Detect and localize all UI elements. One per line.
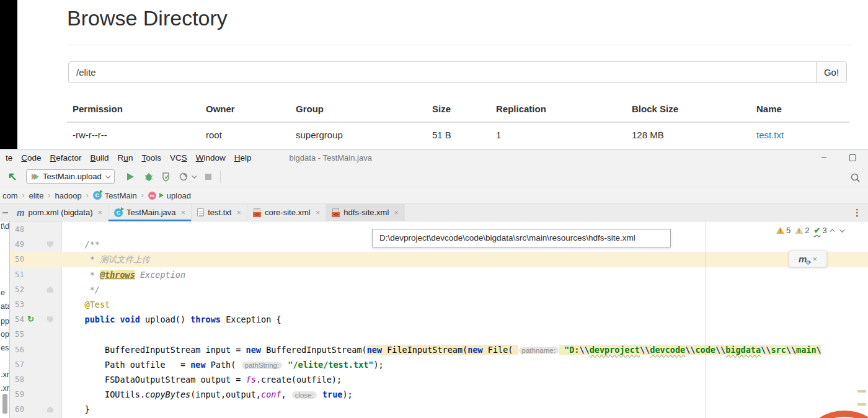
tab-close-icon[interactable]: × xyxy=(394,208,399,217)
build-arrow-icon[interactable] xyxy=(5,170,19,184)
code-line[interactable]: public void upload() throws Exception { xyxy=(64,312,281,327)
maven-reload-icon[interactable]: m⟳ xyxy=(799,254,807,264)
page-title: Browse Directory xyxy=(67,6,228,30)
project-panel-sliver: t\deatappopest.xr.xr xyxy=(0,221,10,418)
line-number: 53 xyxy=(15,297,30,312)
menu-item[interactable]: Window xyxy=(192,153,230,162)
table-header-cell: Replication xyxy=(496,104,546,114)
table-header-cell: Owner xyxy=(206,104,235,114)
breadcrumb-item-com[interactable]: com xyxy=(2,191,18,200)
warnings-count[interactable]: ! 5 xyxy=(776,226,790,235)
breadcrumb-label: elite xyxy=(29,191,44,200)
profiler-dropdown-icon[interactable] xyxy=(192,173,197,178)
code-line[interactable]: * 测试文件上传 xyxy=(64,252,150,267)
breadcrumb-item-TestMain[interactable]: CTestMain xyxy=(93,191,137,200)
menu-item[interactable]: te xyxy=(1,153,17,162)
inspection-widget[interactable]: ! 5 ! 2 ✔ 3 xyxy=(776,226,843,235)
run-button[interactable] xyxy=(123,170,137,184)
search-icon[interactable] xyxy=(848,171,862,184)
line-number: 55 xyxy=(15,327,30,342)
code-line[interactable]: FSDataOutputStream output = fs.create(ou… xyxy=(64,372,342,387)
tab-close-icon[interactable]: × xyxy=(316,208,321,217)
coverage-button[interactable] xyxy=(159,170,173,184)
tab-testmain-java[interactable]: CTestMain.java× xyxy=(108,204,192,221)
line-number: 58 xyxy=(15,372,30,387)
warning-icon: ! xyxy=(776,227,784,234)
breadcrumb-item-hadoop[interactable]: hadoop xyxy=(55,191,81,200)
code-line[interactable]: IOUtils.copyBytes(input,output,conf, clo… xyxy=(64,387,353,402)
menu-item[interactable]: VCS xyxy=(166,153,192,162)
typos-count[interactable]: ✔ 3 xyxy=(813,226,826,235)
tab-label: test.txt xyxy=(208,208,231,217)
file-link[interactable]: test.txt xyxy=(756,130,784,140)
minimize-button[interactable]: – xyxy=(818,153,830,162)
code-line[interactable]: BufferedInputStream input = new Buffered… xyxy=(64,342,822,358)
run-test-gutter-icon[interactable]: ↻ xyxy=(27,312,34,327)
menu-item[interactable]: Refactor xyxy=(46,153,86,162)
window-title: bigdata - TestMain.java xyxy=(289,153,371,162)
table-header-cell: Name xyxy=(756,104,782,114)
more-options-icon[interactable]: ⋮ xyxy=(852,207,862,218)
notification-balloon-partial xyxy=(798,411,868,418)
breadcrumb-separator: › xyxy=(85,191,90,200)
error-stripe-mark[interactable] xyxy=(857,403,866,406)
tab-close-icon[interactable]: × xyxy=(181,208,186,217)
line-number: 59 xyxy=(15,387,30,402)
next-issue-icon[interactable] xyxy=(839,227,844,232)
table-header-rule xyxy=(67,122,849,123)
code-line[interactable]: Path outfile = new Path( pathString: "/e… xyxy=(64,357,384,373)
weak-warnings-count[interactable]: ! 2 xyxy=(795,226,809,235)
code-line[interactable]: @Test xyxy=(64,297,110,312)
menu-item[interactable]: Code xyxy=(17,153,45,162)
breadcrumb: com›elite›hadoop›CTestMain›mupload xyxy=(0,187,868,203)
breadcrumb-item-upload[interactable]: mupload xyxy=(148,191,191,200)
maven-reload-widget[interactable]: m⟳ × xyxy=(789,250,827,267)
debug-button[interactable] xyxy=(142,170,156,184)
menu-item[interactable]: Help xyxy=(230,153,256,162)
stop-button[interactable] xyxy=(202,170,215,184)
line-number: 60 xyxy=(15,402,30,417)
error-stripe-mark[interactable] xyxy=(857,390,866,393)
table-cell: root xyxy=(206,130,222,140)
maximize-button[interactable]: ▢ xyxy=(847,153,858,162)
class-icon: C xyxy=(114,208,123,217)
tab-close-icon[interactable]: × xyxy=(98,208,103,217)
profiler-button[interactable] xyxy=(177,170,190,184)
breadcrumb-label: com xyxy=(2,191,18,200)
table-cell: -rw-r--r-- xyxy=(73,130,107,140)
breadcrumb-item-elite[interactable]: elite xyxy=(29,191,44,200)
path-input[interactable] xyxy=(68,61,817,83)
project-scrollbar-thumb[interactable] xyxy=(2,394,7,414)
table-cell: 1 xyxy=(496,130,501,140)
code-line[interactable]: } xyxy=(64,402,90,417)
run-configuration-select[interactable]: TestMain.upload xyxy=(26,169,115,184)
menu-item[interactable]: Run xyxy=(113,153,138,162)
typo-icon: ✔ xyxy=(813,226,820,235)
run-configuration-label: TestMain.upload xyxy=(43,172,102,181)
menu-item[interactable]: Tools xyxy=(137,153,166,162)
project-tree-fragment: ata xyxy=(1,302,10,311)
table-cell: 51 B xyxy=(432,130,451,140)
close-icon[interactable]: × xyxy=(812,254,817,264)
tab-hdfs-site-xml[interactable]: <>hdfs-site.xml× xyxy=(326,204,405,221)
menu-item[interactable]: Build xyxy=(86,153,113,162)
xml-file-icon: <> xyxy=(332,208,340,217)
line-number: 57 xyxy=(15,357,30,372)
run-overlay-icon xyxy=(159,193,164,198)
tab-close-icon[interactable]: × xyxy=(236,208,241,217)
code-line[interactable]: */ xyxy=(64,282,100,297)
tab-core-site-xml[interactable]: <>core-site.xml× xyxy=(247,204,326,221)
breadcrumb-separator: › xyxy=(140,191,145,200)
go-button[interactable]: Go! xyxy=(816,61,847,83)
code-line[interactable]: /** xyxy=(64,237,100,252)
code-line[interactable]: * @throws Exception xyxy=(64,267,185,282)
code-editor[interactable]: 4849 /**50 * 测试文件上传51 * @throws Exceptio… xyxy=(0,221,868,418)
weak-warning-icon: ! xyxy=(795,227,803,234)
tab-test-txt[interactable]: test.txt× xyxy=(192,204,247,221)
project-tree-fragment: .xr xyxy=(1,370,9,379)
previous-issue-icon[interactable] xyxy=(830,229,835,234)
left-black-edge xyxy=(0,0,17,149)
breadcrumb-label: TestMain xyxy=(105,191,137,200)
line-number: 48 xyxy=(15,222,30,237)
tab-pom-xml-bigdata-[interactable]: mpom.xml (bigdata)× xyxy=(11,204,108,221)
